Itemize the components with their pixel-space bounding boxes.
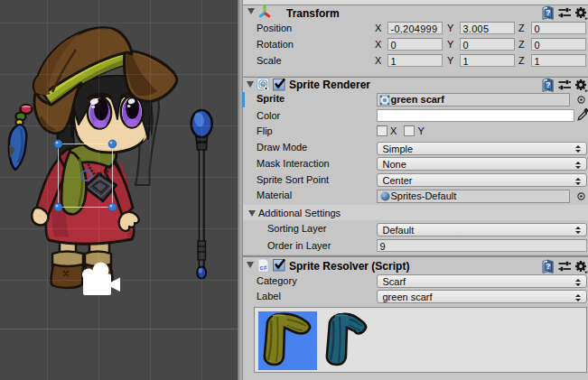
svg-text:?: ? (546, 262, 550, 271)
svg-text:?: ? (546, 8, 550, 17)
svg-text:?: ? (546, 80, 550, 89)
svg-text:c#: c# (260, 264, 267, 271)
